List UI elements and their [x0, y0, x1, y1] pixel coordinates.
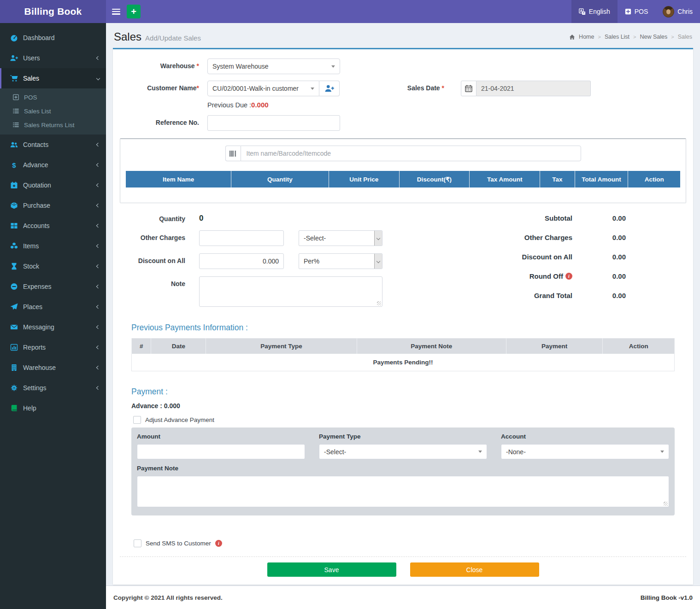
hamburger-menu-icon[interactable] [112, 9, 120, 15]
sidebar-item-stock[interactable]: Stock [0, 256, 106, 276]
chevron-left-icon [96, 143, 100, 146]
discount-unit-select[interactable]: Per% [299, 253, 382, 269]
save-button[interactable]: Save [267, 562, 396, 577]
paper-plane-icon [10, 303, 18, 310]
chevron-down-icon [311, 88, 314, 90]
sidebar: Billing Book Dashboard Users Sales POS [0, 0, 106, 609]
items-col-discount: Discount(₹) [399, 171, 470, 187]
sidebar-item-help[interactable]: Help [0, 398, 106, 418]
breadcrumb-sales-list[interactable]: Sales List [605, 34, 629, 40]
sales-date-input[interactable] [476, 81, 591, 96]
info-icon[interactable]: i [215, 540, 222, 547]
user-menu[interactable]: Chris [655, 0, 700, 23]
book-icon [10, 404, 18, 412]
sidebar-item-label: Purchase [23, 202, 50, 209]
items-table: Item Name Quantity Unit Price Discount(₹… [126, 171, 680, 187]
chevron-down-icon [374, 231, 382, 246]
calendar-button[interactable] [461, 81, 476, 96]
dashboard-icon [10, 34, 18, 41]
adjust-advance-checkbox[interactable] [133, 416, 141, 424]
warehouse-label: Warehouse [160, 62, 195, 70]
payment-type-select[interactable]: -Select- [319, 444, 487, 459]
other-charges-label: Other Charges [120, 230, 199, 241]
pos-label: POS [635, 8, 648, 15]
sidebar-item-label: Users [23, 54, 40, 62]
sidebar-item-purchase[interactable]: Purchase [0, 195, 106, 216]
sidebar-item-label: Expenses [23, 283, 51, 290]
other-charges-input[interactable] [199, 230, 284, 246]
sidebar-item-label: Reports [23, 344, 46, 351]
discount-on-all-input[interactable] [199, 253, 284, 269]
sidebar-item-reports[interactable]: Reports [0, 337, 106, 357]
pp-col-action: Action [603, 339, 675, 354]
items-panel: Item Name Quantity Unit Price Discount(₹… [120, 138, 686, 203]
chevron-left-icon [96, 264, 100, 268]
quantity-value: 0 [199, 211, 203, 223]
item-search-input[interactable] [241, 146, 581, 161]
other-charges-total-label: Other Charges [524, 234, 572, 241]
sidebar-item-contacts[interactable]: Contacts [0, 135, 106, 155]
grand-total-value: 0.00 [572, 292, 626, 299]
reference-label: Reference No. [156, 119, 199, 126]
sidebar-item-sales-list[interactable]: Sales List [0, 104, 106, 118]
note-textarea[interactable] [199, 276, 382, 307]
breadcrumb-home[interactable]: Home [579, 34, 594, 40]
sidebar-item-label: Places [23, 303, 42, 310]
sales-form-card: Warehouse * System Warehouse Customer Na… [113, 48, 693, 585]
subtotal-value: 0.00 [572, 214, 626, 222]
sidebar-item-accounts[interactable]: Accounts [0, 216, 106, 236]
sidebar-item-items[interactable]: Items [0, 236, 106, 256]
info-icon[interactable]: i [565, 273, 572, 280]
plus-icon: + [131, 6, 136, 17]
items-col-total-amount: Total Amount [575, 171, 628, 187]
sidebar-item-sales[interactable]: Sales [0, 68, 106, 88]
other-charges-type-select[interactable]: -Select- [299, 230, 382, 246]
sidebar-item-expenses[interactable]: Expenses [0, 276, 106, 297]
breadcrumb: Home> Sales List> New Sales> Sales [569, 34, 692, 40]
sidebar-item-label: Sales Returns List [24, 122, 75, 129]
quick-add-button[interactable]: + [127, 5, 141, 18]
round-off-value: 0.00 [572, 272, 626, 280]
breadcrumb-current: Sales [678, 34, 692, 40]
version-text: Billing Book -v1.0 [641, 594, 693, 601]
sidebar-item-label: Help [23, 404, 36, 412]
warehouse-select[interactable]: System Warehouse [207, 59, 340, 74]
language-menu[interactable]: English [571, 0, 618, 23]
copyright-text: Copyright © 2021 All rights reserved. [113, 594, 223, 601]
sidebar-item-pos[interactable]: POS [0, 90, 106, 104]
sidebar-item-users[interactable]: Users [0, 48, 106, 68]
sidebar-item-sales-returns-list[interactable]: Sales Returns List [0, 118, 106, 132]
sidebar-item-warehouse[interactable]: Warehouse [0, 357, 106, 378]
account-select[interactable]: -None- [501, 444, 669, 459]
breadcrumb-new-sales[interactable]: New Sales [640, 34, 668, 40]
payments-pending-message: Payments Pending!! [132, 354, 675, 371]
payment-note-label: Payment Note [137, 465, 669, 472]
sidebar-item-advance[interactable]: $ Advance [0, 155, 106, 175]
user-plus-icon [325, 84, 334, 93]
sidebar-menu: Dashboard Users Sales POS Sales Li [0, 23, 106, 418]
sidebar-item-label: Sales List [24, 108, 51, 115]
reference-input[interactable] [207, 115, 340, 131]
cubes-icon [10, 242, 18, 250]
sales-date-label: Sales Date [407, 84, 440, 92]
sidebar-item-settings[interactable]: Settings [0, 378, 106, 398]
calendar-plus-icon [10, 182, 18, 189]
plus-square-icon [625, 8, 631, 15]
payment-note-textarea[interactable] [137, 476, 669, 507]
amount-input[interactable] [137, 444, 305, 459]
close-button[interactable]: Close [410, 562, 539, 577]
sidebar-item-label: Items [23, 242, 39, 250]
sidebar-item-messaging[interactable]: Messaging [0, 317, 106, 337]
quantity-label: Quantity [120, 211, 199, 223]
chevron-left-icon [96, 183, 100, 187]
send-sms-checkbox[interactable] [134, 539, 141, 547]
pos-shortcut[interactable]: POS [618, 0, 656, 23]
chevron-down-icon [660, 451, 664, 453]
sidebar-item-places[interactable]: Places [0, 297, 106, 317]
sidebar-item-dashboard[interactable]: Dashboard [0, 28, 106, 48]
add-customer-button[interactable] [319, 81, 340, 96]
sidebar-item-quotation[interactable]: Quotation [0, 175, 106, 195]
customer-select[interactable]: CU/02/0001-Walk-in customer [207, 81, 319, 96]
page-subtitle: Add/Update Sales [145, 34, 201, 42]
discount-total-value: 0.00 [572, 253, 626, 261]
